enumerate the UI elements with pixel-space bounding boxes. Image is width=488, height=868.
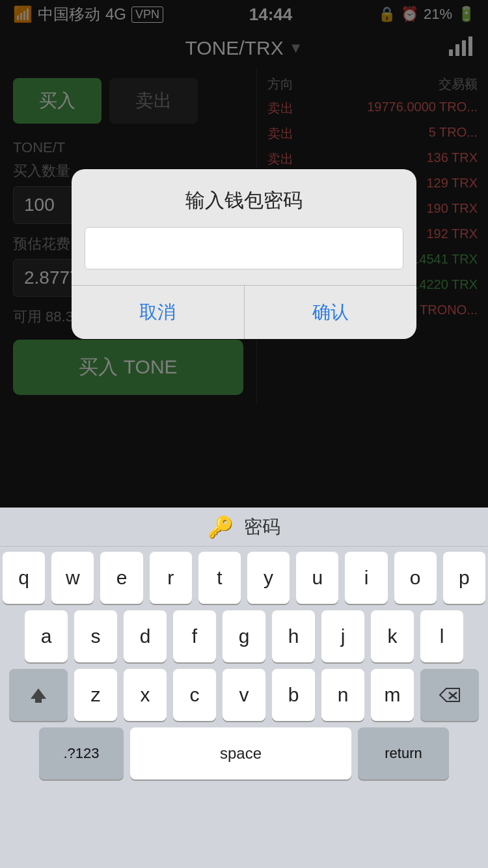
numeric-toggle-label: .?123 xyxy=(63,745,99,762)
space-key[interactable]: space xyxy=(130,727,351,780)
svg-marker-4 xyxy=(31,688,46,699)
key-e[interactable]: e xyxy=(100,552,142,604)
keyboard-row-bottom: .?123 space return xyxy=(3,727,485,780)
shift-key[interactable] xyxy=(9,669,68,721)
key-z[interactable]: z xyxy=(74,669,117,721)
key-g[interactable]: g xyxy=(223,610,265,662)
delete-key[interactable] xyxy=(420,669,479,721)
key-n[interactable]: n xyxy=(321,669,364,721)
modal-overlay: 输入钱包密码 取消 确认 xyxy=(0,0,488,508)
key-x[interactable]: x xyxy=(124,669,167,721)
return-key[interactable]: return xyxy=(358,727,449,780)
modal-input-wrap xyxy=(72,227,416,285)
key-k[interactable]: k xyxy=(371,610,414,662)
key-w[interactable]: w xyxy=(51,552,94,604)
key-i[interactable]: i xyxy=(345,552,387,604)
keyboard-area: 🔑 密码 qwertyuiop asdfghjkl zxcvbnm .?123 … xyxy=(0,508,488,868)
keyboard-row-1: qwertyuiop xyxy=(3,552,485,604)
key-t[interactable]: t xyxy=(198,552,241,604)
key-l[interactable]: l xyxy=(420,610,463,662)
keyboard-top-bar: 🔑 密码 xyxy=(0,508,488,547)
key-icon: 🔑 xyxy=(208,515,234,539)
key-c[interactable]: c xyxy=(173,669,216,721)
key-r[interactable]: r xyxy=(150,552,192,604)
cancel-button[interactable]: 取消 xyxy=(72,286,245,339)
svg-rect-5 xyxy=(35,699,42,703)
keyboard-label: 密码 xyxy=(244,515,280,539)
key-v[interactable]: v xyxy=(223,669,265,721)
password-input[interactable] xyxy=(85,227,403,269)
numeric-toggle-key[interactable]: .?123 xyxy=(39,727,124,780)
modal-buttons: 取消 确认 xyxy=(72,285,416,339)
modal-title: 输入钱包密码 xyxy=(72,169,416,227)
keyboard-rows: qwertyuiop asdfghjkl zxcvbnm .?123 space… xyxy=(0,547,488,791)
key-m[interactable]: m xyxy=(371,669,414,721)
key-f[interactable]: f xyxy=(173,610,216,662)
space-label: space xyxy=(220,744,262,763)
confirm-button[interactable]: 确认 xyxy=(245,286,417,339)
key-a[interactable]: a xyxy=(25,610,68,662)
password-modal: 输入钱包密码 取消 确认 xyxy=(72,169,416,339)
keyboard-row-2: asdfghjkl xyxy=(3,610,485,662)
key-h[interactable]: h xyxy=(272,610,315,662)
key-b[interactable]: b xyxy=(272,669,315,721)
key-y[interactable]: y xyxy=(247,552,290,604)
key-o[interactable]: o xyxy=(394,552,437,604)
key-q[interactable]: q xyxy=(3,552,45,604)
key-j[interactable]: j xyxy=(321,610,364,662)
return-label: return xyxy=(385,745,422,762)
keyboard-row-3: zxcvbnm xyxy=(3,669,485,721)
key-s[interactable]: s xyxy=(74,610,117,662)
key-d[interactable]: d xyxy=(124,610,167,662)
key-p[interactable]: p xyxy=(443,552,485,604)
key-u[interactable]: u xyxy=(296,552,338,604)
